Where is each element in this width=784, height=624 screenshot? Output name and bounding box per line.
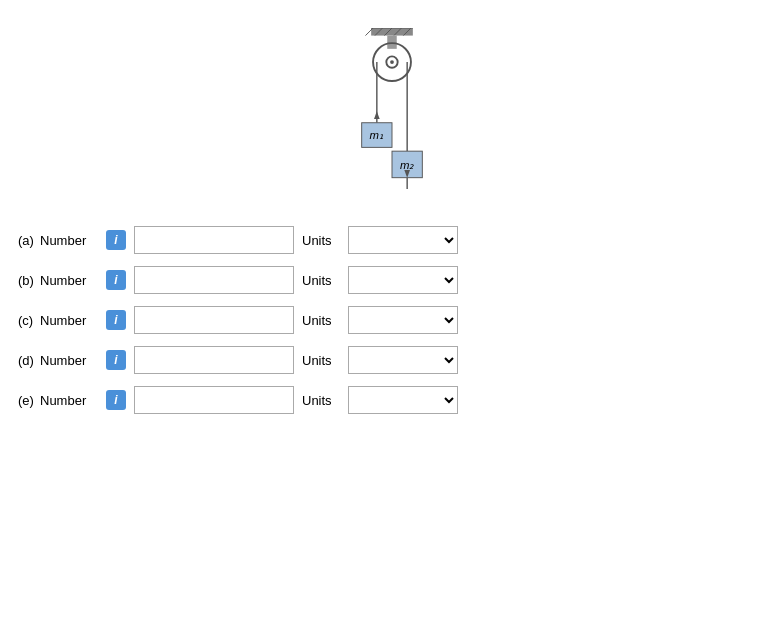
units-select-c[interactable]: m/s² N rad/s² kg·m²	[348, 306, 458, 334]
part-row-c: (c) Number i Units m/s² N rad/s² kg·m²	[18, 306, 766, 334]
pulley-figure: m₁ m₂	[332, 28, 452, 208]
svg-point-10	[390, 60, 394, 64]
part-number-label-b: Number	[40, 273, 86, 288]
part-row-a: (a) Number i Units m/s² N rad/s² kg·m²	[18, 226, 766, 254]
part-label-e: (e) Number	[18, 393, 98, 408]
info-button-d[interactable]: i	[106, 350, 126, 370]
part-row-d: (d) Number i Units m/s² N rad/s² kg·m²	[18, 346, 766, 374]
units-label-c: Units	[302, 313, 340, 328]
part-number-label-a: Number	[40, 233, 86, 248]
part-letter-e: (e)	[18, 393, 36, 408]
units-label-d: Units	[302, 353, 340, 368]
units-select-a[interactable]: m/s² N rad/s² kg·m²	[348, 226, 458, 254]
part-row-b: (b) Number i Units m/s² N rad/s² kg·m²	[18, 266, 766, 294]
number-input-e[interactable]	[134, 386, 294, 414]
units-label-b: Units	[302, 273, 340, 288]
units-label-a: Units	[302, 233, 340, 248]
part-letter-c: (c)	[18, 313, 36, 328]
svg-marker-12	[374, 111, 380, 119]
units-select-d[interactable]: m/s² N rad/s² kg·m²	[348, 346, 458, 374]
part-label-c: (c) Number	[18, 313, 98, 328]
svg-rect-7	[387, 36, 396, 49]
number-input-b[interactable]	[134, 266, 294, 294]
info-button-e[interactable]: i	[106, 390, 126, 410]
part-number-label-c: Number	[40, 313, 86, 328]
part-number-label-d: Number	[40, 353, 86, 368]
part-label-b: (b) Number	[18, 273, 98, 288]
part-letter-a: (a)	[18, 233, 36, 248]
units-select-b[interactable]: m/s² N rad/s² kg·m²	[348, 266, 458, 294]
units-label-e: Units	[302, 393, 340, 408]
svg-text:m₂: m₂	[400, 159, 414, 171]
part-row-e: (e) Number i Units m/s² N rad/s² kg·m²	[18, 386, 766, 414]
number-input-d[interactable]	[134, 346, 294, 374]
part-label-a: (a) Number	[18, 233, 98, 248]
info-button-c[interactable]: i	[106, 310, 126, 330]
number-input-a[interactable]	[134, 226, 294, 254]
parts-container: (a) Number i Units m/s² N rad/s² kg·m² (…	[18, 226, 766, 414]
figure-area: m₁ m₂	[18, 28, 766, 208]
info-button-a[interactable]: i	[106, 230, 126, 250]
number-input-c[interactable]	[134, 306, 294, 334]
part-letter-b: (b)	[18, 273, 36, 288]
part-letter-d: (d)	[18, 353, 36, 368]
part-label-d: (d) Number	[18, 353, 98, 368]
units-select-e[interactable]: m/s² N rad/s² kg·m²	[348, 386, 458, 414]
info-button-b[interactable]: i	[106, 270, 126, 290]
part-number-label-e: Number	[40, 393, 86, 408]
svg-text:m₁: m₁	[370, 129, 384, 141]
